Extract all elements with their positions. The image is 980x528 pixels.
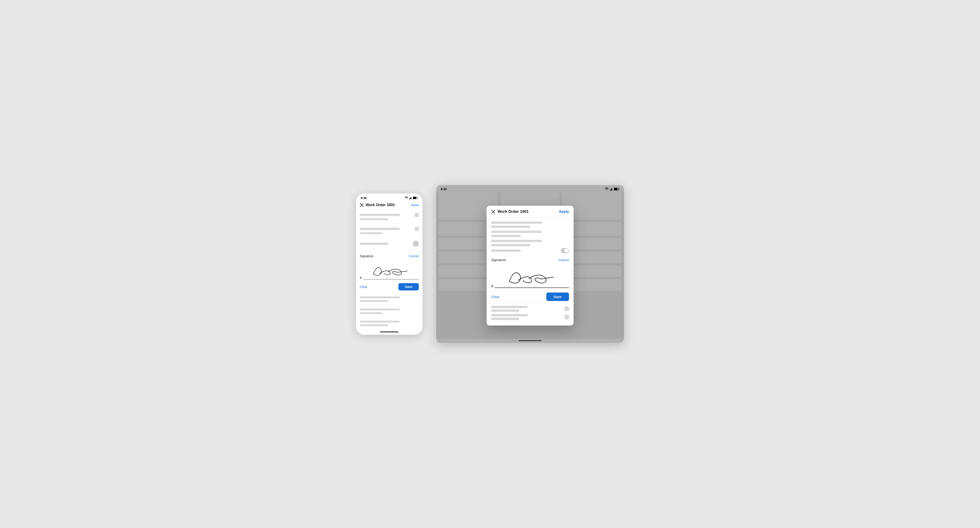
tablet-content-area: Work Order 1001 Apply	[436, 192, 624, 339]
phone-clear-button[interactable]: Clear	[360, 285, 367, 289]
modal-save-button[interactable]: Save	[546, 292, 569, 301]
placeholder-bar	[360, 309, 400, 310]
home-bar	[380, 332, 398, 332]
modal-cancel-button[interactable]: Cancel	[558, 258, 569, 262]
placeholder-section-4	[356, 293, 422, 305]
tablet-time: 9:30	[441, 187, 447, 191]
modal-signature-canvas[interactable]: X	[491, 265, 569, 290]
phone-home-indicator	[356, 330, 422, 335]
modal-apply-button[interactable]: Apply	[559, 210, 569, 214]
signature-actions: Clear Save	[360, 283, 419, 290]
placeholder-section-6	[356, 317, 422, 330]
modal-close-icon[interactable]	[491, 210, 495, 214]
phone-title: Work Order 1001	[366, 203, 395, 207]
modal-signature-section: Signature Cancel X	[491, 258, 569, 303]
placeholder-bar	[360, 312, 382, 314]
placeholder-bar	[360, 214, 400, 216]
modal-toggle-switch[interactable]	[561, 248, 569, 253]
modal-signature-line	[495, 287, 569, 288]
tablet-home-indicator	[436, 339, 624, 343]
svg-rect-1	[409, 198, 410, 199]
phone-status-icons	[405, 196, 418, 199]
modal-checkbox-row-2	[491, 314, 569, 320]
battery-icon	[413, 196, 418, 199]
placeholder-bar	[360, 300, 388, 302]
signature-section: Signature Cancel X Clear Save	[356, 252, 422, 293]
phone-cancel-button[interactable]: Cancel	[409, 254, 419, 258]
modal-signature-label: Signature	[491, 258, 506, 262]
tablet-signal-icon	[610, 188, 613, 191]
svg-rect-10	[610, 190, 611, 191]
checkbox	[415, 213, 419, 217]
signal-icon	[409, 196, 412, 199]
placeholder-bar	[360, 321, 400, 322]
modal-placeholder	[491, 249, 521, 252]
placeholder-section-5	[356, 305, 422, 317]
modal-body: Signature Cancel X	[487, 218, 574, 325]
svg-marker-0	[406, 198, 407, 199]
phone-content: Signature Cancel X Clear Save	[356, 210, 422, 330]
tablet-device: 9:30	[436, 185, 624, 343]
modal-clear-button[interactable]: Clear	[491, 295, 500, 299]
modal-signature-label-row: Signature Cancel	[491, 258, 569, 262]
placeholder-section-3	[356, 238, 422, 252]
phone-header: Work Order 1001 Save	[356, 201, 422, 210]
modal-placeholder	[491, 309, 519, 312]
phone-save-header-button[interactable]: Save	[411, 203, 419, 207]
modal-placeholder	[491, 231, 542, 233]
placeholder-bar	[360, 228, 400, 230]
svg-rect-5	[413, 197, 416, 199]
svg-rect-6	[417, 198, 418, 198]
phone-save-button[interactable]: Save	[398, 283, 419, 290]
svg-marker-9	[606, 190, 608, 190]
modal-placeholder	[491, 244, 530, 246]
phone-device: 9:30 Work Orde	[356, 193, 422, 335]
modal-placeholder	[491, 318, 519, 320]
modal-placeholder	[491, 240, 542, 242]
phone-status-bar: 9:30	[356, 193, 422, 201]
placeholder-section-1	[356, 210, 422, 223]
modal-placeholder	[491, 235, 521, 237]
modal-signature-x-marker: X	[491, 284, 493, 288]
modal-bottom-rows	[491, 303, 569, 320]
tablet-home-bar	[519, 340, 541, 341]
checkbox	[415, 227, 419, 231]
signature-x-marker: X	[360, 276, 362, 279]
modal-header: Work Order 1001 Apply	[487, 206, 574, 218]
svg-rect-2	[410, 198, 411, 199]
toggle-switch[interactable]	[413, 241, 419, 247]
svg-rect-14	[614, 188, 617, 190]
svg-rect-12	[612, 188, 612, 191]
tablet-battery-icon	[614, 188, 619, 191]
signature-label: Signature	[360, 254, 374, 258]
phone-signature-canvas[interactable]: X	[360, 260, 419, 281]
close-icon[interactable]	[360, 203, 364, 207]
tablet-status-icons	[605, 188, 619, 191]
modal-toggle-row	[491, 248, 569, 256]
wifi-icon	[405, 196, 408, 199]
modal-placeholder	[491, 314, 528, 316]
tablet-wifi-icon	[605, 188, 609, 191]
tablet-status-bar: 9:30	[436, 185, 624, 192]
phone-time: 9:30	[361, 196, 367, 200]
modal-checkbox-2[interactable]	[565, 315, 569, 319]
modal-dialog: Work Order 1001 Apply	[487, 206, 574, 325]
placeholder-bar	[360, 324, 388, 326]
placeholder-bar	[360, 297, 400, 298]
placeholder-bar	[360, 242, 388, 245]
modal-title: Work Order 1001	[498, 209, 529, 214]
modal-placeholder	[491, 226, 530, 228]
signature-label-row: Signature Cancel	[360, 254, 419, 258]
modal-checkbox-row-1	[491, 306, 569, 312]
svg-rect-11	[611, 189, 611, 191]
modal-placeholder	[491, 306, 528, 308]
modal-overlay: Work Order 1001 Apply	[436, 192, 624, 339]
modal-header-left: Work Order 1001	[491, 209, 529, 214]
modal-checkbox-1[interactable]	[565, 306, 569, 311]
modal-placeholder	[491, 222, 542, 224]
svg-rect-15	[619, 188, 619, 190]
modal-signature-actions: Clear Save	[491, 292, 569, 303]
signature-drawing	[360, 260, 419, 281]
phone-header-left: Work Order 1001	[360, 203, 395, 207]
svg-rect-3	[411, 197, 412, 199]
